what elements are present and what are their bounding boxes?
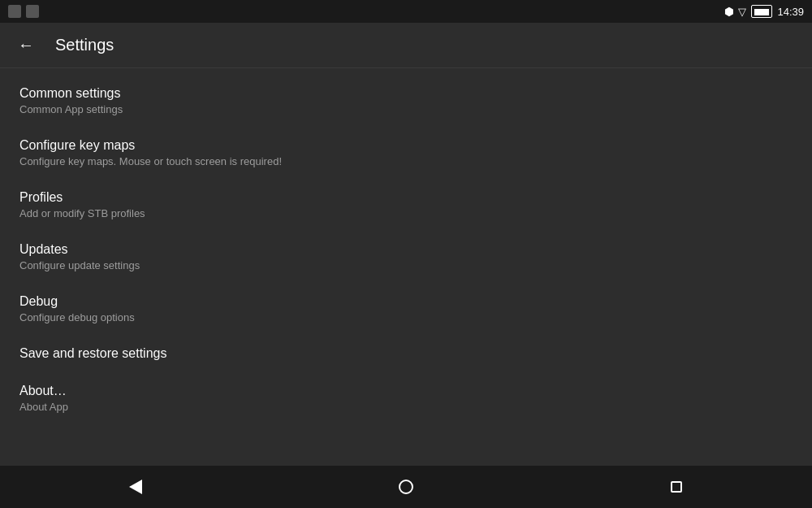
settings-item-subtitle-configure-key-maps: Configure key maps. Mouse or touch scree… (19, 155, 793, 167)
nav-recent-icon (671, 481, 682, 493)
battery-icon (751, 5, 772, 18)
navigation-bar (0, 466, 812, 508)
settings-item-debug[interactable]: DebugConfigure debug options (0, 283, 812, 335)
settings-item-save-restore[interactable]: Save and restore settings (0, 335, 812, 372)
settings-item-title-about: About… (19, 384, 793, 398)
bluetooth-icon: ⬢ (724, 6, 733, 18)
notification-icon-2 (26, 5, 39, 18)
page-title: Settings (55, 36, 114, 54)
settings-item-subtitle-about: About App (19, 401, 793, 413)
settings-item-subtitle-debug: Configure debug options (19, 311, 793, 323)
settings-item-title-save-restore: Save and restore settings (19, 346, 793, 361)
notification-icon-1 (8, 5, 21, 18)
settings-item-about[interactable]: About…About App (0, 372, 812, 424)
wifi-icon: ▽ (738, 6, 746, 18)
nav-recent-button[interactable] (652, 471, 701, 503)
settings-item-subtitle-common-settings: Common App settings (19, 103, 793, 115)
settings-item-updates[interactable]: UpdatesConfigure update settings (0, 231, 812, 283)
toolbar: ← Settings (0, 23, 812, 68)
status-bar: ⬢ ▽ 14:39 (0, 0, 812, 23)
settings-list: Common settingsCommon App settingsConfig… (0, 68, 812, 466)
settings-item-title-common-settings: Common settings (19, 86, 793, 101)
back-arrow-icon: ← (18, 36, 34, 54)
nav-back-icon (129, 480, 142, 494)
settings-item-subtitle-updates: Configure update settings (19, 259, 793, 271)
nav-home-button[interactable] (382, 471, 430, 503)
nav-home-icon (399, 480, 413, 494)
settings-item-title-profiles: Profiles (19, 190, 793, 205)
settings-item-title-updates: Updates (19, 242, 793, 257)
settings-item-title-debug: Debug (19, 294, 793, 309)
status-bar-time: 14:39 (777, 6, 804, 18)
status-bar-left (8, 5, 39, 18)
settings-item-common-settings[interactable]: Common settingsCommon App settings (0, 75, 812, 127)
back-button[interactable]: ← (13, 33, 39, 59)
settings-item-subtitle-profiles: Add or modify STB profiles (19, 207, 793, 219)
status-bar-right: ⬢ ▽ 14:39 (724, 5, 804, 18)
settings-item-configure-key-maps[interactable]: Configure key mapsConfigure key maps. Mo… (0, 127, 812, 179)
settings-item-title-configure-key-maps: Configure key maps (19, 138, 793, 153)
nav-back-button[interactable] (111, 471, 160, 503)
settings-item-profiles[interactable]: ProfilesAdd or modify STB profiles (0, 179, 812, 231)
